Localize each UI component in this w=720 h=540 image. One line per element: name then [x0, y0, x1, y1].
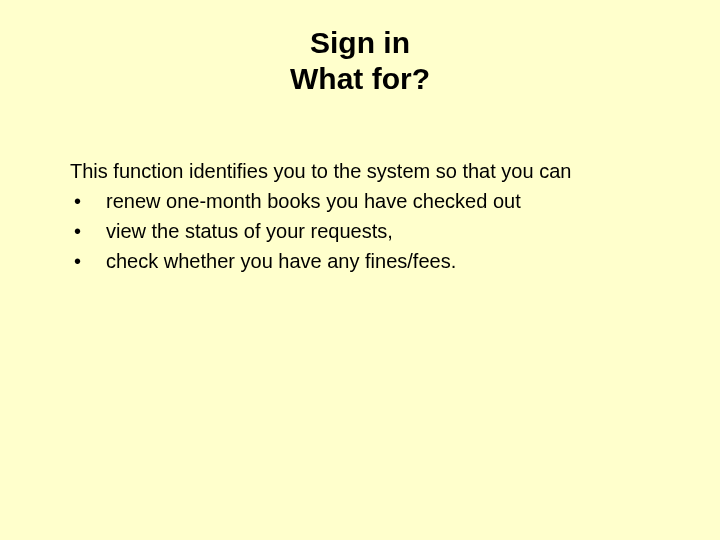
title-line-1: Sign in — [70, 25, 650, 61]
list-item: • renew one-month books you have checked… — [70, 187, 650, 215]
list-item: • view the status of your requests, — [70, 217, 650, 245]
bullet-icon: • — [70, 217, 106, 245]
bullet-text: view the status of your requests, — [106, 217, 650, 245]
bullet-text: renew one-month books you have checked o… — [106, 187, 650, 215]
body-text: This function identifies you to the syst… — [70, 157, 650, 275]
title-line-2: What for? — [70, 61, 650, 97]
slide: Sign in What for? This function identifi… — [0, 0, 720, 275]
bullet-text: check whether you have any fines/fees. — [106, 247, 650, 275]
title-block: Sign in What for? — [70, 25, 650, 97]
bullet-icon: • — [70, 247, 106, 275]
bullet-icon: • — [70, 187, 106, 215]
list-item: • check whether you have any fines/fees. — [70, 247, 650, 275]
intro-text: This function identifies you to the syst… — [70, 157, 650, 185]
